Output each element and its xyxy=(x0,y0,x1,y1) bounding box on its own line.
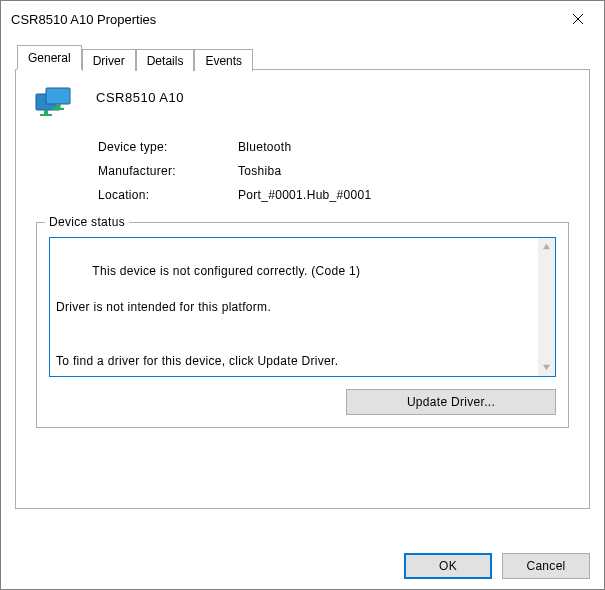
scroll-up-icon xyxy=(542,242,551,251)
device-status-group: Device status This device is not configu… xyxy=(36,222,569,428)
dialog-buttons: OK Cancel xyxy=(15,539,590,579)
window-title: CSR8510 A10 Properties xyxy=(11,12,156,27)
svg-rect-3 xyxy=(46,88,70,104)
prop-device-type: Device type: Bluetooth xyxy=(98,140,569,154)
cancel-button[interactable]: Cancel xyxy=(502,553,590,579)
tab-panel-general: CSR8510 A10 Device type: Bluetooth Manuf… xyxy=(15,69,590,509)
device-type-label: Device type: xyxy=(98,140,238,154)
tab-driver[interactable]: Driver xyxy=(82,49,136,71)
device-type-value: Bluetooth xyxy=(238,140,291,154)
tabstrip: General Driver Details Events xyxy=(15,45,590,70)
scrollbar[interactable] xyxy=(538,238,555,376)
manufacturer-label: Manufacturer: xyxy=(98,164,238,178)
svg-rect-7 xyxy=(40,114,52,116)
device-status-legend: Device status xyxy=(45,215,129,229)
manufacturer-value: Toshiba xyxy=(238,164,281,178)
titlebar: CSR8510 A10 Properties xyxy=(1,1,604,37)
scroll-down-icon xyxy=(542,363,551,372)
location-value: Port_#0001.Hub_#0001 xyxy=(238,188,371,202)
monitors-icon xyxy=(34,86,78,122)
device-name: CSR8510 A10 xyxy=(96,88,184,105)
svg-rect-6 xyxy=(44,110,48,114)
prop-location: Location: Port_#0001.Hub_#0001 xyxy=(98,188,569,202)
properties-dialog: CSR8510 A10 Properties General Driver De… xyxy=(0,0,605,590)
content-area: General Driver Details Events CSR8510 A1… xyxy=(1,37,604,589)
close-icon xyxy=(572,13,584,25)
tab-events[interactable]: Events xyxy=(194,49,253,71)
device-header: CSR8510 A10 xyxy=(36,88,569,122)
svg-rect-5 xyxy=(52,108,64,110)
ok-button[interactable]: OK xyxy=(404,553,492,579)
close-button[interactable] xyxy=(556,4,600,34)
location-label: Location: xyxy=(98,188,238,202)
tab-general[interactable]: General xyxy=(17,45,82,70)
device-status-text[interactable]: This device is not configured correctly.… xyxy=(49,237,556,377)
svg-rect-4 xyxy=(56,104,60,108)
update-driver-row: Update Driver... xyxy=(49,389,556,415)
tab-details[interactable]: Details xyxy=(136,49,195,71)
svg-marker-9 xyxy=(543,365,550,370)
prop-manufacturer: Manufacturer: Toshiba xyxy=(98,164,569,178)
device-properties: Device type: Bluetooth Manufacturer: Tos… xyxy=(98,140,569,202)
update-driver-button[interactable]: Update Driver... xyxy=(346,389,556,415)
svg-marker-8 xyxy=(543,244,550,249)
status-text-content: This device is not configured correctly.… xyxy=(56,264,360,368)
